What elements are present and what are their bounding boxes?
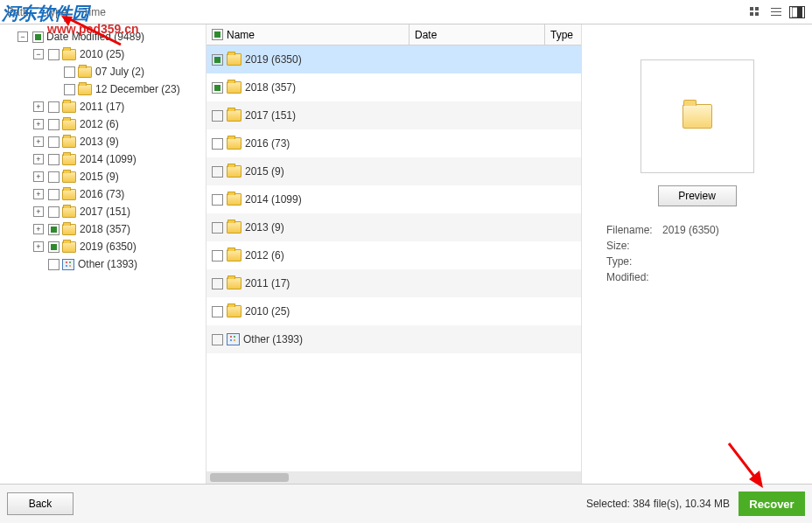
tree-node[interactable]: +2015 (9): [0, 168, 206, 185]
checkbox[interactable]: [212, 334, 223, 345]
checkbox[interactable]: [212, 250, 223, 262]
list-row[interactable]: 2018 (357): [206, 73, 581, 101]
tab-time[interactable]: Time: [83, 6, 106, 18]
list-row[interactable]: 2017 (151): [206, 101, 581, 129]
file-list: Name Date Type 2019 (6350) 2018 (357) 20…: [206, 24, 582, 484]
preview-panel: Preview Filename:2019 (6350) Size: Type:…: [582, 24, 812, 484]
folder-icon: [227, 109, 242, 122]
list-row[interactable]: 2019 (6350): [206, 45, 581, 73]
checkbox[interactable]: [212, 278, 223, 289]
expand-icon[interactable]: +: [33, 206, 44, 217]
other-icon: [227, 333, 240, 345]
folder-icon: [62, 224, 76, 235]
tree-node[interactable]: +2019 (6350): [0, 238, 206, 255]
checkbox[interactable]: [212, 110, 223, 122]
folder-icon: [62, 136, 76, 148]
checkbox[interactable]: [48, 241, 60, 253]
expand-icon[interactable]: +: [33, 154, 44, 164]
list-row[interactable]: 2013 (9): [206, 213, 581, 241]
expand-icon[interactable]: +: [33, 189, 44, 199]
svg-rect-0: [750, 7, 753, 10]
tree-node[interactable]: +2013 (9): [0, 133, 206, 150]
checkbox[interactable]: [48, 206, 60, 218]
folder-icon: [62, 206, 76, 218]
list-row[interactable]: 2012 (6): [206, 241, 581, 269]
expand-icon[interactable]: +: [33, 136, 44, 147]
tab-path[interactable]: Path: [7, 6, 29, 18]
select-all-checkbox[interactable]: [212, 29, 223, 40]
checkbox[interactable]: [48, 154, 60, 165]
tree-node[interactable]: +2012 (6): [0, 115, 206, 133]
checkbox[interactable]: [48, 49, 60, 60]
preview-thumbnail: [640, 59, 754, 173]
expand-icon[interactable]: +: [33, 171, 44, 182]
tree-node[interactable]: +2016 (73): [0, 185, 206, 203]
list-row[interactable]: 2014 (1099): [206, 185, 581, 213]
horizontal-scrollbar[interactable]: [206, 471, 581, 484]
checkbox[interactable]: [64, 84, 75, 95]
folder-tree[interactable]: − Date Modified (9489) −2010 (25) 07 Jul…: [0, 24, 206, 484]
column-name[interactable]: Name: [206, 24, 410, 45]
checkbox[interactable]: [212, 82, 223, 94]
folder-icon: [62, 49, 76, 60]
folder-icon: [682, 104, 712, 129]
tree-node[interactable]: 12 December (23): [0, 80, 206, 98]
expand-icon[interactable]: +: [33, 119, 44, 129]
expand-icon[interactable]: +: [33, 101, 44, 112]
grid-view-icon[interactable]: [747, 6, 763, 18]
folder-icon: [62, 119, 76, 130]
detail-view-icon[interactable]: [789, 6, 805, 18]
tree-node[interactable]: −2010 (25): [0, 45, 206, 63]
folder-icon: [227, 221, 242, 234]
tab-type[interactable]: Type: [45, 6, 67, 18]
tree-node[interactable]: Other (1393): [0, 255, 206, 273]
checkbox[interactable]: [48, 171, 60, 183]
main-area: − Date Modified (9489) −2010 (25) 07 Jul…: [0, 24, 812, 484]
checkbox[interactable]: [212, 222, 223, 234]
checkbox[interactable]: [212, 194, 223, 206]
list-body[interactable]: 2019 (6350) 2018 (357) 2017 (151) 2016 (…: [206, 45, 581, 471]
folder-icon: [62, 189, 76, 200]
tree-node[interactable]: +2018 (357): [0, 220, 206, 238]
expand-icon[interactable]: +: [33, 241, 44, 252]
tree-label: Date Modified (9489): [46, 31, 144, 43]
collapse-icon[interactable]: −: [33, 49, 44, 59]
expand-icon[interactable]: +: [33, 224, 44, 234]
checkbox[interactable]: [64, 66, 75, 78]
column-date[interactable]: Date: [410, 24, 545, 45]
collapse-icon[interactable]: −: [18, 31, 28, 42]
tree-node[interactable]: 07 July (2): [0, 63, 206, 80]
checkbox[interactable]: [48, 259, 60, 270]
preview-button[interactable]: Preview: [658, 185, 737, 206]
tree-node[interactable]: +2011 (17): [0, 98, 206, 115]
tree-node[interactable]: +2014 (1099): [0, 150, 206, 168]
svg-rect-8: [797, 7, 802, 17]
folder-icon: [62, 101, 76, 113]
list-row[interactable]: 2015 (9): [206, 157, 581, 185]
checkbox[interactable]: [48, 119, 60, 130]
list-row[interactable]: Other (1393): [206, 325, 581, 353]
toolbar-tabs: Path Type Time: [7, 6, 106, 18]
checkbox[interactable]: [212, 306, 223, 317]
list-row[interactable]: 2011 (17): [206, 269, 581, 297]
checkbox[interactable]: [212, 54, 223, 66]
folder-icon: [62, 154, 76, 165]
checkbox[interactable]: [32, 31, 44, 43]
list-view-icon[interactable]: [768, 6, 784, 18]
checkbox[interactable]: [212, 138, 223, 150]
checkbox[interactable]: [48, 224, 60, 235]
checkbox[interactable]: [48, 136, 60, 148]
checkbox[interactable]: [212, 166, 223, 178]
tree-root[interactable]: − Date Modified (9489): [0, 28, 206, 45]
tree-node[interactable]: +2017 (151): [0, 203, 206, 220]
back-button[interactable]: Back: [7, 492, 74, 515]
list-row[interactable]: 2010 (25): [206, 297, 581, 325]
recover-button[interactable]: Recover: [738, 492, 805, 516]
checkbox[interactable]: [48, 101, 60, 113]
checkbox[interactable]: [48, 189, 60, 200]
column-type[interactable]: Type: [545, 24, 581, 45]
folder-icon: [227, 137, 242, 150]
svg-rect-3: [755, 12, 759, 16]
scrollbar-thumb[interactable]: [210, 473, 289, 482]
list-row[interactable]: 2016 (73): [206, 129, 581, 157]
